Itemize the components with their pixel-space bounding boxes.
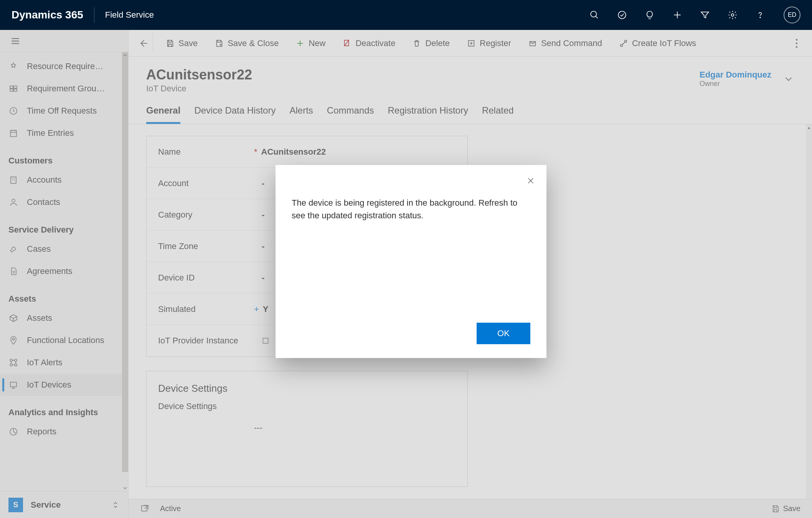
svg-point-0 bbox=[591, 11, 596, 17]
filter-icon[interactable] bbox=[699, 9, 711, 21]
help-icon[interactable] bbox=[754, 9, 766, 21]
ok-button[interactable]: OK bbox=[477, 323, 530, 344]
task-icon[interactable] bbox=[616, 9, 628, 21]
registration-dialog: The device is being registered in the ba… bbox=[276, 165, 546, 358]
global-top-bar: Dynamics 365 Field Service bbox=[0, 0, 812, 30]
module-label: Field Service bbox=[105, 10, 154, 20]
lightbulb-icon[interactable] bbox=[644, 9, 655, 21]
dialog-message: The device is being registered in the ba… bbox=[292, 196, 530, 222]
plus-icon[interactable] bbox=[672, 9, 683, 21]
user-avatar[interactable]: ED bbox=[784, 7, 800, 23]
close-button[interactable] bbox=[525, 175, 536, 186]
svg-point-5 bbox=[731, 14, 734, 16]
svg-point-2 bbox=[618, 11, 626, 19]
search-icon[interactable] bbox=[589, 9, 600, 21]
svg-point-6 bbox=[760, 17, 761, 18]
gear-icon[interactable] bbox=[727, 9, 738, 21]
svg-line-1 bbox=[596, 16, 597, 18]
brand-label: Dynamics 365 bbox=[12, 9, 83, 21]
topbar-divider bbox=[94, 7, 94, 23]
